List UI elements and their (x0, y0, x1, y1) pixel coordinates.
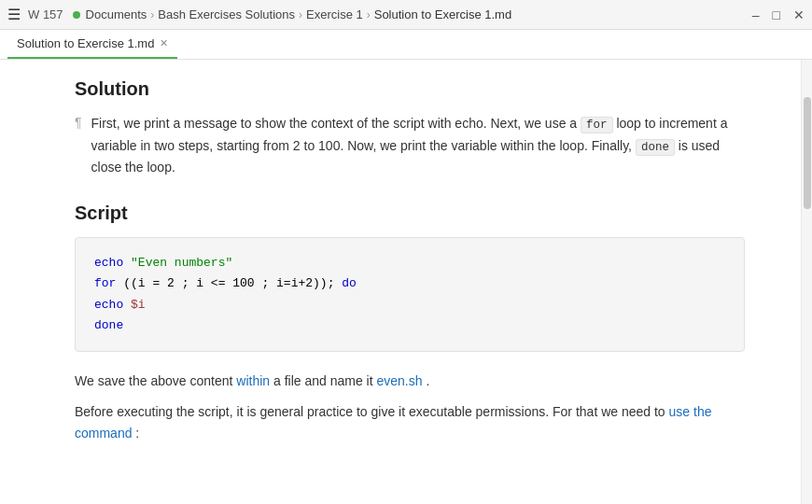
breadcrumb-solution-file[interactable]: Solution to Exercise 1.md (374, 7, 511, 21)
breadcrumb-bash-exercises[interactable]: Bash Exercises Solutions (158, 7, 295, 21)
scrollbar-thumb[interactable] (804, 97, 811, 209)
breadcrumb-sep-1: › (150, 8, 154, 21)
paragraph-2-text-c: . (426, 373, 429, 388)
content-area: Solution ¶ First, we print a message to … (0, 60, 812, 504)
code-for-syntax: ((i = 2 ; i <= 100 ; i=i+2)); (123, 276, 342, 290)
breadcrumb: Documents › Bash Exercises Solutions › E… (86, 7, 752, 21)
paragraph-1-block: ¶ First, we print a message to show the … (75, 113, 745, 188)
breadcrumb-sep-3: › (367, 8, 371, 21)
paragraph-1: First, we print a message to show the co… (91, 113, 745, 178)
code-line-2: for ((i = 2 ; i <= 100 ; i=i+2)); do (94, 273, 725, 294)
code-line-3: echo $i (94, 295, 725, 315)
solution-heading: Solution (75, 78, 745, 100)
code-echo-str: "Even numbers" (131, 256, 232, 270)
paragraph-2-within: within (236, 373, 270, 388)
paragraph-3-text-b: : (135, 426, 139, 441)
paragraph-2-filename: even.sh (377, 373, 423, 388)
paragraph-1-text-a: First, we print a message to show the co… (91, 116, 581, 131)
code-echo2-kw: echo (94, 298, 123, 312)
window-controls: – □ ✕ (752, 8, 805, 21)
active-tab[interactable]: Solution to Exercise 1.md ✕ (7, 30, 177, 59)
tab-label: Solution to Exercise 1.md (17, 36, 154, 50)
code-line-4: done (94, 315, 725, 336)
menu-icon[interactable]: ☰ (7, 6, 21, 23)
paragraph-2: We save the above content within a file … (75, 371, 745, 392)
code-var: $i (131, 298, 146, 312)
close-button[interactable]: ✕ (793, 8, 805, 21)
paragraph-3-text-a: Before executing the script, it is gener… (75, 404, 669, 419)
window-label: W 157 (28, 7, 63, 21)
tabbar: Solution to Exercise 1.md ✕ (0, 30, 812, 60)
paragraph-3: Before executing the script, it is gener… (75, 401, 745, 444)
main-content: Solution ¶ First, we print a message to … (0, 60, 801, 504)
code-do-kw: do (342, 276, 357, 290)
maximize-button[interactable]: □ (773, 8, 780, 21)
tab-close-button[interactable]: ✕ (160, 37, 168, 49)
code-done-kw: done (94, 318, 123, 332)
code-block: echo "Even numbers" for ((i = 2 ; i <= 1… (75, 237, 745, 351)
scrollbar[interactable] (801, 60, 812, 504)
inline-code-for: for (581, 117, 613, 133)
code-line-1: echo "Even numbers" (94, 253, 725, 273)
minimize-button[interactable]: – (752, 8, 760, 21)
pilcrow-icon: ¶ (75, 115, 82, 130)
breadcrumb-documents[interactable]: Documents (86, 7, 147, 21)
breadcrumb-sep-2: › (299, 8, 302, 21)
paragraph-2-text-b: a file and name it (273, 373, 377, 388)
status-dot (73, 11, 80, 19)
script-heading: Script (75, 203, 745, 224)
code-for-kw: for (94, 276, 116, 290)
breadcrumb-exercise1[interactable]: Exercise 1 (306, 7, 363, 21)
code-echo-kw: echo (94, 256, 123, 270)
paragraph-2-text-a: We save the above content (75, 373, 236, 388)
titlebar: ☰ W 157 Documents › Bash Exercises Solut… (0, 0, 812, 30)
inline-code-done: done (636, 139, 675, 156)
